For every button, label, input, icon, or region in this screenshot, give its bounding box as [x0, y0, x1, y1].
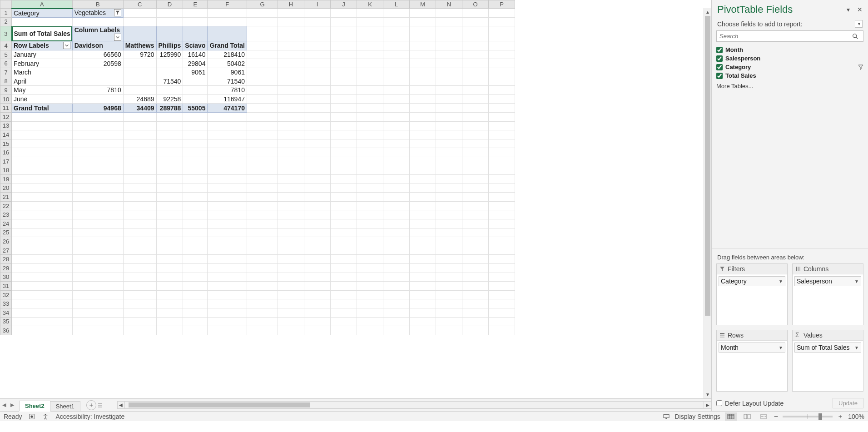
pivot-field-checkbox[interactable]: [716, 47, 723, 53]
cell-A24[interactable]: [12, 219, 73, 228]
cell-H18[interactable]: [278, 166, 304, 175]
cell-I29[interactable]: [304, 264, 330, 273]
cell-A1[interactable]: Category: [12, 9, 73, 18]
cell-P13[interactable]: [488, 121, 515, 130]
cell-P32[interactable]: [488, 290, 515, 299]
cell-O6[interactable]: [462, 59, 488, 68]
row-header-13[interactable]: 13: [0, 121, 12, 130]
cell-N7[interactable]: [436, 68, 462, 77]
cell-O35[interactable]: [462, 317, 488, 326]
cell-L14[interactable]: [383, 130, 409, 139]
cell-A28[interactable]: [12, 255, 73, 264]
cell-H8[interactable]: [278, 77, 304, 86]
col-header-F[interactable]: F: [208, 0, 247, 9]
cell-E35[interactable]: [183, 317, 208, 326]
pivot-field-category[interactable]: Category: [716, 63, 863, 71]
cell-N29[interactable]: [436, 264, 462, 273]
cell-O12[interactable]: [462, 112, 488, 121]
cell-C5[interactable]: 9720: [123, 50, 156, 59]
cell-K24[interactable]: [357, 219, 383, 228]
cell-C29[interactable]: [123, 264, 156, 273]
cell-M19[interactable]: [409, 175, 436, 184]
cell-L3[interactable]: [383, 26, 409, 41]
cell-N36[interactable]: [436, 326, 462, 335]
cell-P18[interactable]: [488, 166, 515, 175]
cell-K8[interactable]: [357, 77, 383, 86]
cell-E28[interactable]: [183, 255, 208, 264]
cell-I4[interactable]: [304, 41, 330, 50]
cell-B32[interactable]: [72, 290, 123, 299]
cell-B28[interactable]: [72, 255, 123, 264]
cell-L17[interactable]: [383, 157, 409, 166]
cell-H27[interactable]: [278, 246, 304, 255]
cell-B1[interactable]: Vegetables: [72, 9, 123, 18]
cell-D26[interactable]: [156, 237, 183, 246]
cell-D36[interactable]: [156, 326, 183, 335]
cell-H30[interactable]: [278, 273, 304, 282]
cell-C27[interactable]: [123, 246, 156, 255]
cell-M34[interactable]: [409, 308, 436, 318]
row-header-34[interactable]: 34: [0, 308, 12, 318]
cell-B31[interactable]: [72, 282, 123, 291]
col-header-N[interactable]: N: [436, 0, 462, 9]
cell-B16[interactable]: [72, 148, 123, 157]
cell-O15[interactable]: [462, 139, 488, 148]
scroll-down-arrow-icon[interactable]: ▼: [704, 391, 711, 398]
cell-L10[interactable]: [383, 94, 409, 104]
col-header-O[interactable]: O: [462, 0, 488, 9]
cell-J18[interactable]: [330, 166, 357, 175]
cell-C7[interactable]: [123, 68, 156, 77]
tab-nav-prev-icon[interactable]: ◀: [0, 402, 8, 408]
cell-O14[interactable]: [462, 130, 488, 139]
cell-P27[interactable]: [488, 246, 515, 255]
cell-N3[interactable]: [436, 26, 462, 41]
cell-J9[interactable]: [330, 86, 357, 95]
cell-K23[interactable]: [357, 210, 383, 219]
cell-H9[interactable]: [278, 86, 304, 95]
cell-M4[interactable]: [409, 41, 436, 50]
cell-J12[interactable]: [330, 112, 357, 121]
cell-E9[interactable]: [183, 86, 208, 95]
cell-O36[interactable]: [462, 326, 488, 335]
pivot-chip-sum-of-total-sales[interactable]: Sum of Total Sales▼: [794, 343, 861, 353]
cell-G19[interactable]: [247, 175, 278, 184]
cell-J22[interactable]: [330, 201, 357, 210]
cell-M23[interactable]: [409, 210, 436, 219]
cell-F36[interactable]: [208, 326, 247, 335]
cell-C12[interactable]: [123, 112, 156, 121]
cell-O3[interactable]: [462, 26, 488, 41]
cell-C4[interactable]: Matthews: [123, 41, 156, 50]
cell-H11[interactable]: [278, 104, 304, 113]
cell-F31[interactable]: [208, 282, 247, 291]
cell-J21[interactable]: [330, 193, 357, 202]
cell-M17[interactable]: [409, 157, 436, 166]
cell-B36[interactable]: [72, 326, 123, 335]
cell-P3[interactable]: [488, 26, 515, 41]
cell-E1[interactable]: [183, 9, 208, 18]
cell-K14[interactable]: [357, 130, 383, 139]
cell-I32[interactable]: [304, 290, 330, 299]
cell-P22[interactable]: [488, 201, 515, 210]
cell-I25[interactable]: [304, 228, 330, 237]
cell-L35[interactable]: [383, 317, 409, 326]
select-all-corner[interactable]: [0, 0, 12, 9]
cell-K26[interactable]: [357, 237, 383, 246]
cell-C18[interactable]: [123, 166, 156, 175]
cell-K7[interactable]: [357, 68, 383, 77]
cell-L8[interactable]: [383, 77, 409, 86]
cell-G24[interactable]: [247, 219, 278, 228]
cell-E23[interactable]: [183, 210, 208, 219]
cell-B3[interactable]: Column Labels: [72, 26, 123, 41]
cell-J28[interactable]: [330, 255, 357, 264]
cell-J13[interactable]: [330, 121, 357, 130]
cell-C16[interactable]: [123, 148, 156, 157]
macro-record-icon[interactable]: [28, 413, 35, 420]
row-header-14[interactable]: 14: [0, 130, 12, 139]
cell-K4[interactable]: [357, 41, 383, 50]
pivot-field-total-sales[interactable]: Total Sales: [716, 71, 863, 80]
cell-C22[interactable]: [123, 201, 156, 210]
cell-L33[interactable]: [383, 299, 409, 308]
cell-N10[interactable]: [436, 94, 462, 104]
cell-G6[interactable]: [247, 59, 278, 68]
cell-J15[interactable]: [330, 139, 357, 148]
